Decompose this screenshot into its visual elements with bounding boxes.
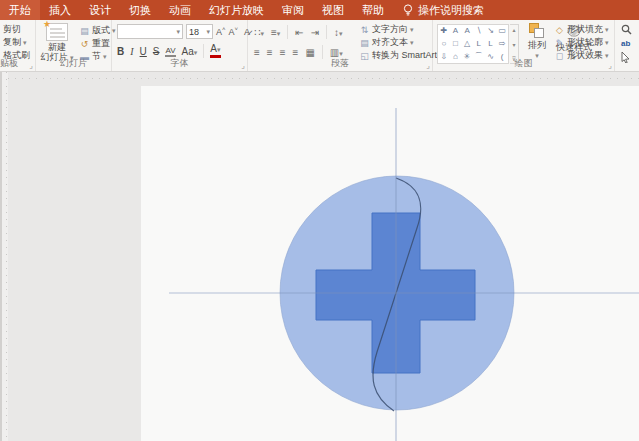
tab-slideshow[interactable]: 幻灯片放映 bbox=[200, 0, 273, 20]
group-paragraph: ∷▾ ≡▾ ⇤ ⇥ ↕▾ ≡ ≡ ≡ ≡ ▦ ▥▾ ⇅文字方向▾ ▤对齐文本▾ … bbox=[248, 20, 433, 71]
shape-item[interactable]: L bbox=[473, 38, 485, 51]
paragraph-dialog-launcher[interactable]: ⌟ bbox=[426, 62, 430, 70]
cut-button[interactable]: 剪切 bbox=[0, 23, 35, 36]
tab-home[interactable]: 开始 bbox=[0, 0, 40, 20]
align-text-button[interactable]: ▤对齐文本▾ bbox=[356, 36, 443, 49]
ribbon-tab-bar: 开始 插入 设计 切换 动画 幻灯片放映 审阅 视图 帮助 操作说明搜索 bbox=[0, 0, 639, 20]
align-center-button[interactable]: ≡ bbox=[267, 47, 273, 58]
group-clipboard: 剪切 复制▾ 格式刷 剪贴板 ⌟ bbox=[0, 20, 36, 71]
find-button[interactable] bbox=[621, 24, 633, 35]
replace-button[interactable]: ab bbox=[621, 38, 633, 49]
tell-me-label: 操作说明搜索 bbox=[418, 3, 484, 18]
tab-transitions[interactable]: 切换 bbox=[120, 0, 160, 20]
shape-item[interactable]: ⇨ bbox=[496, 38, 508, 51]
shape-outline-button[interactable]: ✎形状轮廓▾ bbox=[551, 36, 609, 49]
text-direction-button[interactable]: ⇅文字方向▾ bbox=[356, 23, 443, 36]
shape-item[interactable]: □ bbox=[450, 38, 462, 51]
slides-group-label: 幻灯片 bbox=[36, 57, 111, 70]
distribute-button[interactable]: ▦ bbox=[305, 47, 314, 58]
slide-canvas[interactable] bbox=[141, 86, 639, 441]
numbering-button[interactable]: ≡▾ bbox=[271, 27, 280, 38]
group-slides: ★ 新建 幻灯片 ▾ ▤版式▾ ↺重置 ▬节▾ 幻灯片 bbox=[36, 20, 112, 71]
horizontal-ruler bbox=[8, 78, 639, 79]
tab-design[interactable]: 设计 bbox=[80, 0, 120, 20]
grow-font-button[interactable]: A˄ bbox=[216, 26, 226, 37]
align-left-button[interactable]: ≡ bbox=[254, 47, 260, 58]
arrange-button[interactable]: 排列 ▾ bbox=[525, 23, 549, 60]
bullets-button[interactable]: ∷▾ bbox=[254, 27, 264, 38]
line-spacing-button[interactable]: ↕▾ bbox=[334, 27, 343, 38]
shape-item[interactable]: ↘ bbox=[485, 25, 497, 38]
group-font: ▾ 18▾ A˄ A˅ A̷ B I U S AV Aa▾ A▾ 字体 ⌟ bbox=[112, 20, 248, 71]
vertical-ruler bbox=[0, 72, 8, 441]
tab-insert[interactable]: 插入 bbox=[40, 0, 80, 20]
paragraph-group-label: 段落 bbox=[248, 57, 432, 70]
lightbulb-icon bbox=[403, 4, 413, 17]
new-slide-label-1: 新建 bbox=[40, 42, 74, 52]
font-dialog-launcher[interactable]: ⌟ bbox=[241, 62, 245, 70]
tab-view[interactable]: 视图 bbox=[313, 0, 353, 20]
select-button[interactable] bbox=[621, 52, 633, 63]
shape-item[interactable]: ✚ bbox=[438, 25, 450, 38]
select-arrow-icon bbox=[621, 52, 630, 63]
new-slide-icon: ★ bbox=[46, 23, 68, 41]
tab-review[interactable]: 审阅 bbox=[273, 0, 313, 20]
shape-item[interactable]: L bbox=[485, 38, 497, 51]
group-drawing: ✚ A A ∖ ↘ ▭ ○ □ △ L L ⇨ ⇩ ⌂ ✳ ⌒ ∿ ( ▴▾⊽ … bbox=[433, 20, 615, 71]
search-icon bbox=[621, 24, 632, 35]
font-color-button[interactable]: A▾ bbox=[210, 44, 220, 58]
clipboard-dialog-launcher[interactable]: ⌟ bbox=[29, 62, 33, 70]
font-size-combo[interactable]: 18▾ bbox=[186, 24, 213, 39]
drawing-dialog-launcher[interactable]: ⌟ bbox=[608, 62, 612, 70]
shrink-font-button[interactable]: A˅ bbox=[229, 26, 239, 37]
character-spacing-button[interactable]: AV bbox=[165, 46, 175, 57]
shape-item[interactable]: △ bbox=[461, 38, 473, 51]
replace-icon: ab bbox=[621, 39, 630, 48]
tab-help[interactable]: 帮助 bbox=[353, 0, 393, 20]
shape-item[interactable]: A bbox=[450, 25, 462, 38]
slide-drawing-layer bbox=[141, 86, 639, 441]
shape-item[interactable]: A bbox=[461, 25, 473, 38]
align-right-button[interactable]: ≡ bbox=[280, 47, 286, 58]
change-case-button[interactable]: Aa▾ bbox=[182, 46, 198, 57]
font-name-combo[interactable]: ▾ bbox=[117, 24, 183, 39]
columns-button[interactable]: ▥▾ bbox=[330, 47, 343, 58]
bold-button[interactable]: B bbox=[117, 46, 124, 57]
shape-fill-button[interactable]: ◇形状填充▾ bbox=[551, 23, 609, 36]
layout-button[interactable]: ▤版式▾ bbox=[76, 24, 116, 37]
reset-button[interactable]: ↺重置 bbox=[76, 37, 116, 50]
copy-button[interactable]: 复制▾ bbox=[0, 36, 35, 49]
arrange-icon bbox=[528, 23, 546, 39]
shape-item[interactable]: ∖ bbox=[473, 25, 485, 38]
ribbon: 剪切 复制▾ 格式刷 剪贴板 ⌟ ★ 新建 幻灯片 ▾ ▤版式▾ ↺重置 ▬节▾… bbox=[0, 20, 639, 72]
shape-item[interactable]: ▭ bbox=[496, 25, 508, 38]
tell-me-search[interactable]: 操作说明搜索 bbox=[395, 0, 492, 20]
strikethrough-button[interactable]: S bbox=[153, 46, 160, 57]
tab-animations[interactable]: 动画 bbox=[160, 0, 200, 20]
underline-button[interactable]: U bbox=[140, 46, 147, 57]
group-editing: ab bbox=[615, 20, 639, 71]
drawing-group-label: 绘图 bbox=[433, 57, 614, 70]
justify-button[interactable]: ≡ bbox=[293, 47, 299, 58]
font-group-label: 字体 bbox=[112, 57, 247, 70]
increase-indent-button[interactable]: ⇥ bbox=[311, 27, 319, 38]
decrease-indent-button[interactable]: ⇤ bbox=[295, 27, 303, 38]
shape-item[interactable]: ○ bbox=[438, 38, 450, 51]
italic-button[interactable]: I bbox=[130, 46, 133, 57]
